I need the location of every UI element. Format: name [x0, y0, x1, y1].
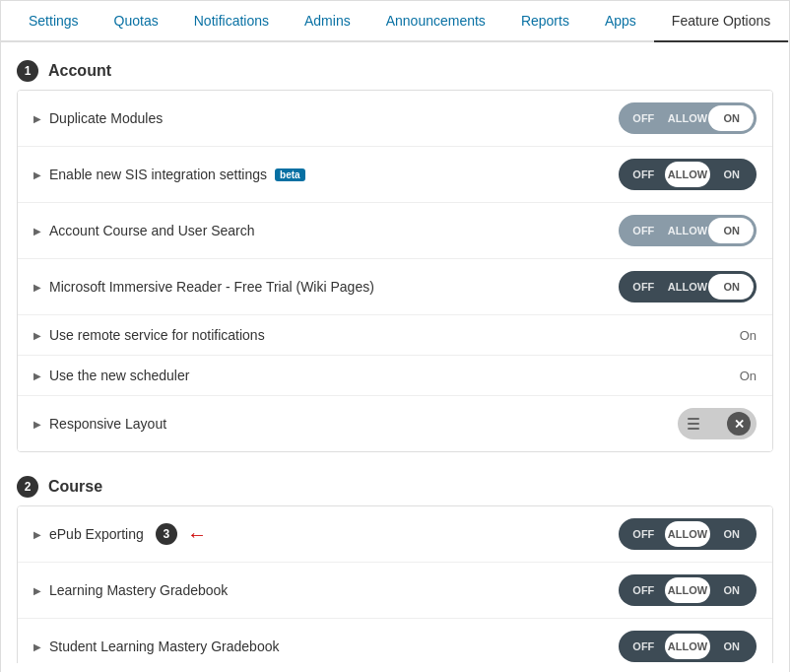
feature-row: ▶Learning Mastery GradebookOFFALLOWON: [18, 563, 772, 619]
feature-row: ▶Duplicate ModulesOFFALLOWON: [18, 91, 772, 147]
toggle-off-option[interactable]: OFF: [622, 218, 666, 243]
feature-row-left: ▶Responsive Layout: [33, 416, 678, 432]
beta-badge: beta: [275, 168, 305, 181]
toggle-on-option[interactable]: ON: [709, 577, 754, 603]
toggle-3state[interactable]: OFFALLOWON: [619, 518, 757, 550]
toggle-off-option[interactable]: OFF: [622, 105, 666, 131]
tab-bar: SettingsQuotasNotificationsAdminsAnnounc…: [1, 1, 789, 42]
feature-control[interactable]: OFFALLOWON: [619, 271, 757, 302]
feature-label: Microsoft Immersive Reader - Free Trial …: [49, 279, 374, 295]
toggle-off-option[interactable]: OFF: [622, 274, 666, 300]
section-title-account: Account: [48, 62, 111, 80]
toggle-off-option[interactable]: OFF: [622, 521, 666, 547]
feature-label: ePub Exporting: [49, 526, 144, 542]
tab-notifications[interactable]: Notifications: [176, 1, 287, 42]
feature-row-left: ▶Account Course and User Search: [33, 223, 619, 238]
section-header-course: 2Course: [17, 468, 773, 505]
toggle-allow-option[interactable]: ALLOW: [666, 521, 710, 547]
feature-control[interactable]: OFFALLOWON: [619, 574, 757, 606]
toggle-allow-option[interactable]: ALLOW: [666, 634, 710, 659]
expand-arrow-icon[interactable]: ▶: [33, 113, 41, 124]
section-title-course: Course: [48, 478, 102, 496]
feature-control[interactable]: OFFALLOWON: [619, 215, 757, 246]
section-badge-course: 2: [17, 476, 38, 498]
feature-row: ▶Use the new schedulerOn: [18, 356, 772, 396]
toggle-on-option[interactable]: ON: [709, 105, 754, 131]
feature-label: Responsive Layout: [49, 416, 166, 432]
feature-label: Learning Mastery Gradebook: [49, 582, 228, 598]
tab-reports[interactable]: Reports: [503, 1, 587, 42]
feature-row-left: ▶Learning Mastery Gradebook: [33, 582, 619, 598]
toggle-off-option[interactable]: OFF: [622, 162, 666, 187]
feature-control[interactable]: On: [740, 368, 757, 383]
toggle-allow-option[interactable]: ALLOW: [666, 274, 710, 300]
expand-arrow-icon[interactable]: ▶: [33, 419, 41, 430]
section-header-account: 1Account: [17, 52, 773, 90]
toggle-3state[interactable]: OFFALLOWON: [619, 159, 757, 190]
feature-row: ▶Use remote service for notificationsOn: [18, 315, 772, 356]
toggle-off-option[interactable]: OFF: [622, 634, 666, 659]
expand-arrow-icon[interactable]: ▶: [33, 585, 41, 596]
feature-control[interactable]: OFFALLOWON: [619, 631, 757, 662]
toggle-3state[interactable]: OFFALLOWON: [619, 271, 757, 302]
section-account: 1Account▶Duplicate ModulesOFFALLOWON▶Ena…: [17, 52, 773, 452]
feature-row-left: ▶Student Learning Mastery Gradebook: [33, 638, 619, 654]
tab-admins[interactable]: Admins: [287, 1, 368, 42]
toggle-3state[interactable]: OFFALLOWON: [619, 574, 757, 606]
feature-label: Duplicate Modules: [49, 110, 163, 126]
expand-arrow-icon[interactable]: ▶: [33, 226, 41, 236]
feature-label: Use remote service for notifications: [49, 327, 265, 343]
feature-table-account: ▶Duplicate ModulesOFFALLOWON▶Enable new …: [17, 90, 773, 452]
toggle-3state[interactable]: OFFALLOWON: [619, 631, 757, 662]
tab-feature-options[interactable]: Feature Options: [654, 1, 788, 42]
toggle-allow-option[interactable]: ALLOW: [666, 218, 710, 243]
annotation-badge-3: 3: [156, 523, 177, 545]
feature-row-left: ▶Use the new scheduler: [33, 368, 740, 383]
close-icon[interactable]: ✕: [727, 412, 751, 436]
feature-label: Use the new scheduler: [49, 368, 189, 383]
feature-control[interactable]: ✕: [678, 408, 757, 439]
feature-row-left: ▶Enable new SIS integration settingsbeta: [33, 167, 619, 182]
section-course: 2Course▶ePub Exporting3→OFFALLOWON▶Learn…: [17, 468, 773, 663]
toggle-off-option[interactable]: OFF: [622, 577, 666, 603]
tab-quotas[interactable]: Quotas: [97, 1, 176, 42]
toggle-allow-option[interactable]: ALLOW: [666, 577, 710, 603]
feature-row: ▶Enable new SIS integration settingsbeta…: [18, 147, 772, 203]
expand-arrow-icon[interactable]: ▶: [33, 370, 41, 381]
scrollable-content: 1Account▶Duplicate ModulesOFFALLOWON▶Ena…: [17, 52, 773, 663]
toggle-allow-option[interactable]: ALLOW: [666, 162, 710, 187]
feature-control[interactable]: OFFALLOWON: [619, 518, 757, 550]
feature-row: ▶Microsoft Immersive Reader - Free Trial…: [18, 259, 772, 315]
toggle-on-option[interactable]: ON: [709, 274, 754, 300]
feature-state-text: On: [740, 328, 757, 343]
toggle-on-option[interactable]: ON: [709, 218, 754, 243]
responsive-toggle[interactable]: ✕: [678, 408, 757, 439]
expand-arrow-icon[interactable]: ▶: [33, 169, 41, 180]
feature-control[interactable]: On: [740, 327, 757, 343]
feature-row: ▶Account Course and User SearchOFFALLOWO…: [18, 203, 772, 259]
toggle-allow-option[interactable]: ALLOW: [666, 105, 710, 131]
toggle-on-option[interactable]: ON: [709, 162, 754, 187]
feature-control[interactable]: OFFALLOWON: [619, 102, 757, 134]
toggle-on-option[interactable]: ON: [709, 634, 754, 659]
tab-announcements[interactable]: Announcements: [368, 1, 503, 42]
feature-label: Account Course and User Search: [49, 223, 255, 238]
page-content: 1Account▶Duplicate ModulesOFFALLOWON▶Ena…: [1, 42, 789, 672]
feature-row: ▶Responsive Layout✕: [18, 396, 772, 451]
feature-row: ▶ePub Exporting3→OFFALLOWON: [18, 506, 772, 563]
expand-arrow-icon[interactable]: ▶: [33, 529, 41, 540]
section-badge-account: 1: [17, 60, 38, 82]
toggle-on-option[interactable]: ON: [709, 521, 754, 547]
expand-arrow-icon[interactable]: ▶: [33, 641, 41, 652]
feature-row: ▶Student Learning Mastery GradebookOFFAL…: [18, 619, 772, 663]
toggle-3state[interactable]: OFFALLOWON: [619, 102, 757, 134]
expand-arrow-icon[interactable]: ▶: [33, 282, 41, 293]
tab-apps[interactable]: Apps: [587, 1, 654, 42]
tab-settings[interactable]: Settings: [11, 1, 97, 42]
feature-control[interactable]: OFFALLOWON: [619, 159, 757, 190]
feature-label: Enable new SIS integration settings: [49, 167, 267, 182]
toggle-3state[interactable]: OFFALLOWON: [619, 215, 757, 246]
feature-row-left: ▶ePub Exporting3→: [33, 523, 619, 546]
expand-arrow-icon[interactable]: ▶: [33, 330, 41, 341]
feature-row-left: ▶Duplicate Modules: [33, 110, 619, 126]
